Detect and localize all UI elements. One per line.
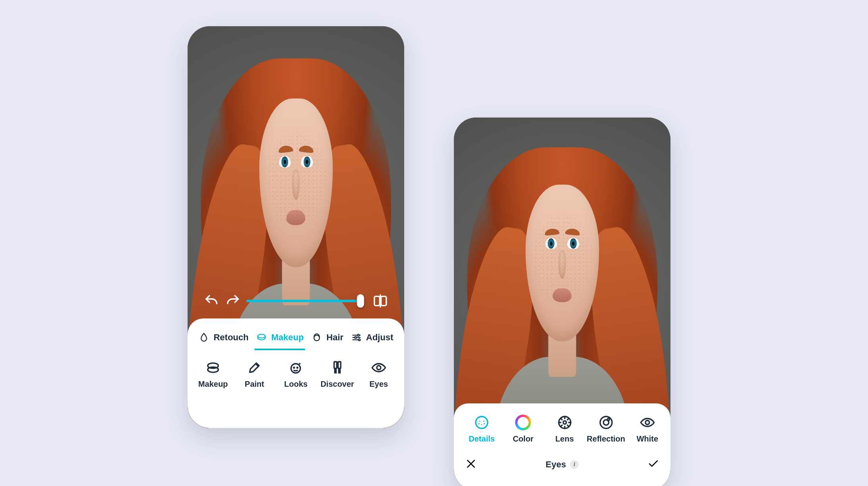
tab-makeup[interactable]: Makeup [254, 329, 305, 346]
compare-button[interactable] [372, 293, 388, 309]
subtool-lens[interactable]: Lens [544, 413, 585, 451]
section-title-text: Eyes [546, 459, 566, 470]
svg-point-22 [563, 421, 566, 424]
tool-paint[interactable]: Paint [234, 360, 274, 389]
svg-point-11 [297, 367, 298, 368]
undo-button[interactable] [203, 293, 219, 309]
svg-point-17 [483, 420, 484, 422]
svg-point-2 [258, 334, 265, 338]
svg-point-14 [377, 366, 381, 370]
tool-makeup[interactable]: Makeup [193, 360, 233, 389]
eyes-actionbar: Eyes i [454, 451, 670, 480]
color-ring-icon [515, 415, 531, 430]
svg-point-3 [314, 335, 320, 341]
tool-discover[interactable]: Discover [318, 360, 357, 389]
undo-icon [203, 293, 219, 309]
svg-point-10 [294, 367, 294, 368]
svg-rect-13 [338, 362, 341, 368]
subtool-color[interactable]: Color [502, 413, 544, 451]
eye-icon [639, 415, 655, 430]
tool-label: Looks [284, 380, 308, 389]
svg-point-25 [607, 418, 609, 420]
brush-icon [246, 360, 262, 376]
tool-label: Eyes [369, 380, 388, 389]
tool-label: Discover [320, 380, 354, 389]
close-icon [465, 458, 477, 470]
svg-point-6 [358, 339, 360, 341]
subtool-label: Lens [555, 434, 574, 444]
tool-looks[interactable]: Looks [276, 360, 316, 389]
tab-label: Retouch [213, 332, 248, 343]
lens-icon [557, 415, 573, 430]
section-title: Eyes i [546, 459, 579, 470]
tool-row: Makeup Paint Looks Discover Eyes [188, 351, 404, 405]
svg-point-16 [479, 420, 480, 422]
tab-label: Makeup [271, 332, 304, 343]
redo-button[interactable] [225, 293, 241, 309]
subtool-details[interactable]: Details [461, 413, 502, 451]
svg-point-9 [291, 364, 300, 373]
hair-icon [311, 332, 322, 343]
subtool-label: White [637, 434, 658, 444]
dots-circle-icon [474, 415, 490, 430]
tab-hair[interactable]: Hair [310, 329, 345, 346]
confirm-button[interactable] [647, 458, 659, 471]
intensity-slider[interactable] [246, 293, 360, 309]
svg-rect-0 [374, 296, 380, 305]
sliders-icon [351, 332, 362, 343]
check-icon [647, 458, 659, 470]
category-tabs: Retouch Makeup Hair Adjust [188, 324, 404, 351]
tool-label: Makeup [198, 380, 228, 389]
svg-point-19 [479, 423, 480, 424]
tool-label: Paint [245, 380, 264, 389]
phone-mockup-left: Retouch Makeup Hair Adjust Ma [188, 26, 404, 428]
svg-point-23 [600, 417, 612, 428]
phone-mockup-right: Details Color Lens Reflection White [454, 118, 670, 486]
slider-fill [246, 300, 360, 302]
subtool-label: Reflection [587, 434, 625, 444]
subtool-label: Details [469, 434, 495, 444]
reflection-icon [598, 415, 614, 430]
subtool-label: Color [513, 434, 533, 444]
svg-point-20 [484, 423, 485, 424]
eyes-subpanel: Details Color Lens Reflection White [454, 403, 670, 486]
cancel-button[interactable] [465, 458, 477, 471]
tool-eyes[interactable]: Eyes [359, 360, 399, 389]
double-brush-icon [329, 360, 345, 376]
svg-rect-12 [334, 362, 337, 368]
tab-retouch[interactable]: Retouch [197, 329, 250, 346]
makeup-icon [256, 332, 267, 343]
svg-point-18 [481, 424, 482, 425]
svg-rect-1 [381, 296, 386, 305]
drop-icon [198, 332, 209, 343]
redo-icon [225, 293, 241, 309]
slider-thumb[interactable] [357, 294, 364, 308]
svg-point-5 [355, 337, 356, 339]
eyes-subtools: Details Color Lens Reflection White [454, 411, 670, 451]
info-button[interactable]: i [570, 460, 579, 469]
eye-icon [371, 360, 387, 376]
compact-icon [205, 360, 221, 376]
subtool-reflection[interactable]: Reflection [585, 413, 627, 451]
tab-adjust[interactable]: Adjust [349, 329, 395, 346]
editor-panel: Retouch Makeup Hair Adjust Ma [188, 318, 404, 428]
svg-point-26 [645, 420, 649, 424]
compare-icon [372, 293, 388, 309]
svg-point-15 [476, 417, 488, 428]
tab-label: Adjust [366, 332, 393, 343]
sparkle-face-icon [288, 360, 304, 376]
subtool-white[interactable]: White [627, 413, 668, 451]
svg-point-4 [357, 334, 359, 336]
tab-label: Hair [326, 332, 343, 343]
photo-controls [188, 288, 404, 314]
